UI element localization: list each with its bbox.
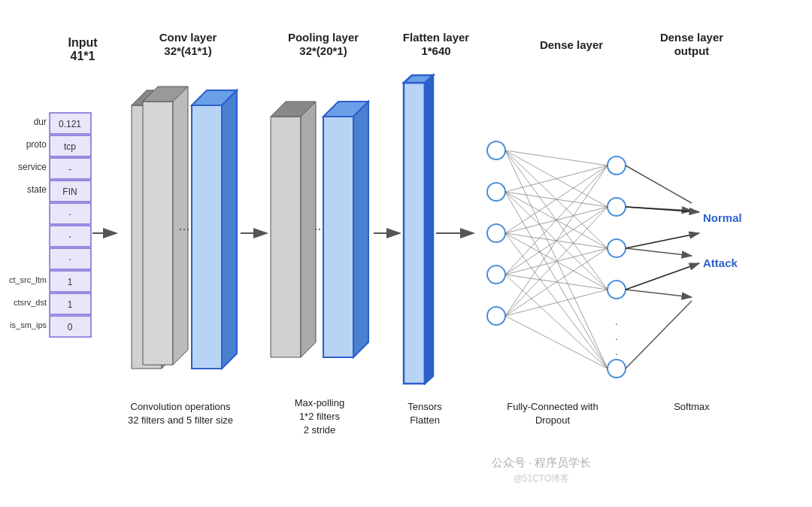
svg-point-33 [607,156,626,175]
conv-dots: ··· [178,221,189,236]
svg-text:41*1: 41*1 [71,50,95,62]
svg-point-31 [487,266,505,284]
bottom-pool-label3: 2 stride [304,424,336,436]
pooling-title: Pooling layer [288,31,359,44]
main-diagram: Input 41*1 Conv layer 32*(41*1) Pooling … [0,0,812,507]
svg-marker-24 [353,102,368,357]
input-value-proto: tcp [64,141,76,152]
svg-marker-27 [425,75,433,384]
bottom-flatten-label1: Tensors [408,401,442,412]
dense-output-title: Dense layer [660,31,723,44]
bottom-softmax-label: Softmax [674,401,710,412]
input-value-ct-src-ltm: 1 [68,277,73,287]
dense-title: Dense layer [540,38,603,51]
flatten-title: Flatten layer [403,31,470,44]
input-value-is-sm-ips: 0 [68,322,73,332]
output-attack: Attack [703,257,738,269]
bottom-dense-label1: Fully-Connected with [507,401,598,412]
flatten-layer [404,75,433,384]
pool-filter-back1 [271,102,316,357]
bottom-conv-label1: Convolution operations [131,401,231,412]
svg-text:32*(20*1): 32*(20*1) [299,44,347,57]
svg-point-34 [607,198,626,216]
dense-dots: · [615,317,618,329]
input-title: Input [68,36,98,49]
svg-point-28 [487,141,505,159]
svg-point-30 [487,224,505,242]
conv-filter-blue [192,90,237,369]
svg-point-36 [607,281,626,299]
svg-text:1*640: 1*640 [421,44,450,57]
input-label-ctsrv-dst: ctsrv_dst [14,298,47,307]
bottom-pool-label2: 1*2 filters [299,411,341,422]
input-label-dur: dur [34,117,47,127]
input-label-proto: proto [26,139,47,150]
bottom-conv-label2: 32 filters and 5 filter size [128,414,233,426]
input-value-service: - [68,164,71,175]
input-label-state: state [27,184,47,195]
svg-text:·: · [615,332,618,345]
svg-marker-16 [192,105,222,369]
svg-point-35 [607,239,626,257]
input-value-ctsrv-dst: 1 [68,299,73,310]
svg-text:·: · [68,230,71,242]
svg-text:output: output [674,44,710,57]
watermark-line1: 公众号 · 程序员学长 [492,456,592,469]
input-label-service: service [18,162,47,172]
input-label-ct-src-ltm: ct_src_ltm [9,275,47,284]
diagram-container: Input 41*1 Conv layer 32*(41*1) Pooling … [0,0,812,507]
svg-text:·: · [68,253,71,265]
svg-marker-18 [222,90,237,369]
svg-text:·: · [615,348,618,360]
svg-text:32*(41*1): 32*(41*1) [164,44,211,57]
svg-point-29 [487,183,505,201]
svg-marker-22 [323,117,353,357]
dense-bottom-neuron [607,360,626,378]
input-value-state: FIN [62,187,77,197]
svg-marker-13 [143,102,173,365]
output-normal: Normal [703,211,742,224]
bottom-flatten-label2: Flatten [410,414,440,426]
input-label-is-sm-ips: is_sm_ips [10,320,47,329]
svg-text:·: · [68,208,71,220]
svg-marker-25 [404,83,425,384]
pool-filter-blue [323,102,368,357]
conv-title: Conv layer [159,31,217,44]
svg-marker-19 [271,117,301,357]
input-value-dur: 0.121 [59,119,81,129]
svg-point-32 [487,307,505,325]
watermark-line2: @51CTO博客 [514,473,570,484]
bottom-pool-label1: Max-polling [295,397,344,408]
bottom-dense-label2: Dropout [535,414,571,426]
